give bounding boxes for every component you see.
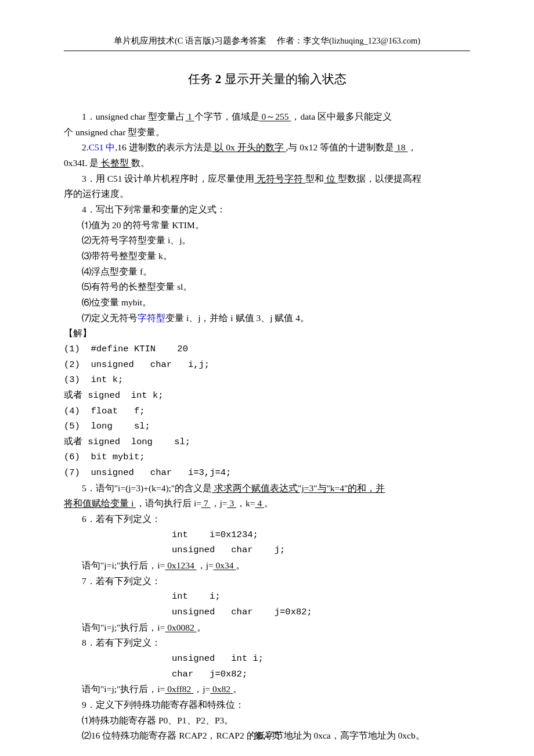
blank: 长整型 [99,158,131,168]
solution-line: (2) unsigned char i,j; [64,357,470,373]
q7-code: unsigned char j=0x82; [64,604,470,620]
q7-code: int i; [64,589,470,604]
question-5-cont: 将和值赋给变量 i ，语句执行后 i= 7 ，j= 3 ，k= 4 。 [64,496,470,512]
question-1: 1．unsigned char 型变量占 1 个字节，值域是 0～255 ，da… [64,109,470,125]
blank: 将和值赋给变量 i [64,498,136,508]
question-2-cont: 0x34L 是 长整型 数。 [64,156,470,171]
question-2: 2.C51 中,16 进制数的表示方法是 以 0x 开头的数字 ,与 0x12 … [64,140,470,156]
blank: 无符号字符 [254,174,305,183]
solution-line: (4) float f; [64,404,470,419]
blank: 7 [201,498,211,508]
q4-item: ⑵无符号字符型变量 i、j。 [64,233,470,249]
question-3: 3．用 C51 设计单片机程序时，应尽量使用 无符号字符 型和 位 型数据，以便… [64,171,470,187]
blank: 位 [324,174,338,183]
page-title: 任务 2 显示开关量的输入状态 [64,69,470,89]
q4-item: ⑷浮点型变量 f。 [64,264,470,280]
blank: 求求两个赋值表达式"j=3"与"k=4"的和，并 [212,483,385,493]
question-7-head: 7．若有下列定义： [64,574,470,589]
page-footer: 第 4 页 [0,729,534,744]
blank: 3 [228,498,237,508]
question-1-cont: 个 unsigned char 型变量。 [64,125,470,141]
question-6-ans: 语句"j=i;"执行后，i= 0x1234 ，j= 0x34 。 [64,558,470,574]
q4-item-7: ⑺定义无符号字符型变量 i、j，并给 i 赋值 3、j 赋值 4。 [64,311,470,326]
blank: 4 [255,498,265,508]
q4-item: ⑸有符号的长整型变量 sl。 [64,279,470,295]
solution-line: 或者 signed long sl; [64,434,470,450]
blank: 1 [185,111,194,121]
blank: 0～255 [259,111,291,121]
question-5: 5．语句"i=(j=3)+(k=4);"的含义是 求求两个赋值表达式"j=3"与… [64,481,470,496]
solution-line: 或者 signed int k; [64,388,470,404]
question-6-head: 6．若有下列定义： [64,512,470,527]
q4-item: ⑴值为 20 的符号常量 KTIM。 [64,218,470,233]
question-8-ans: 语句"i=j;"执行后，i= 0xff82 ，j= 0x82 。 [64,682,470,697]
solution-mark: 【解】 [64,326,470,341]
question-9-head: 9．定义下列特殊功能寄存器和特殊位： [64,697,470,713]
blank: 0x82 [210,684,233,694]
question-3-cont: 序的运行速度。 [64,186,470,202]
q4-item: ⑶带符号整型变量 k。 [64,249,470,264]
page: 单片机应用技术(C 语言版)习题参考答案 作者：李文华(lizhuqing_12… [0,0,534,756]
q9-item: ⑴特殊功能寄存器 P0、P1、P2、P3。 [64,713,470,729]
solution-line: (5) long sl; [64,419,470,434]
solution-line: (3) int k; [64,372,470,388]
solution-line: (1) #define KTIN 20 [64,341,470,357]
question-7-ans: 语句"i=j;"执行后，i= 0x0082 。 [64,620,470,636]
q8-code: unsigned int i; [64,651,470,667]
question-4-head: 4．写出下列常量和变量的定义式： [64,202,470,218]
q6-code: unsigned char j; [64,542,470,558]
blank: 0xff82 [165,684,193,694]
q6-code: int i=0x1234; [64,527,470,543]
question-8-head: 8．若有下列定义： [64,635,470,651]
blank: 以 0x 开头的数字 [212,142,286,152]
blank: 0x0082 [165,622,196,632]
blank: 18 [394,142,407,152]
blank: 0x1234 [165,560,196,570]
header-left: 单片机应用技术(C 语言版)习题参考答案 [114,36,266,45]
page-header: 单片机应用技术(C 语言版)习题参考答案 作者：李文华(lizhuqing_12… [64,34,470,51]
blank: 0x34 [214,560,236,570]
q8-code: char j=0x82; [64,667,470,682]
solution-line: (6) bit mybit; [64,449,470,465]
header-right: 作者：李文华(lizhuqing_123@163.com) [277,36,420,45]
q4-item: ⑹位变量 mybit。 [64,295,470,311]
solution-line: (7) unsigned char i=3,j=4; [64,465,470,481]
